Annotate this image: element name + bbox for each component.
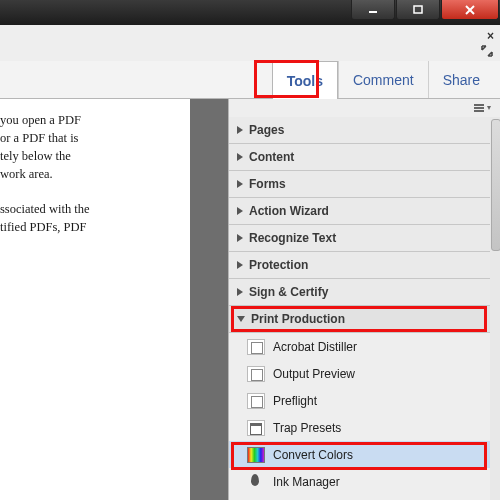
section-pages[interactable]: Pages [229,117,490,144]
window-maximize-button[interactable] [396,0,440,20]
preflight-icon [247,393,265,409]
right-panel-tabs: Tools Comment Share [0,61,500,99]
tools-panel-list: Pages Content Forms Action Wizard Recogn… [229,117,490,500]
app-toolbar: × [0,25,500,62]
doc-text: tified PDFs, PDF [0,220,86,234]
section-label: Content [249,150,294,164]
section-label: Sign & Certify [249,285,328,299]
section-label: Pages [249,123,284,137]
tool-label: Ink Manager [273,475,340,489]
section-recognize-text[interactable]: Recognize Text [229,225,490,252]
scrollbar-thumb[interactable] [491,119,500,251]
panel-scrollbar[interactable] [490,117,500,500]
document-view: you open a PDF or a PDF that is tely bel… [0,99,190,500]
tool-trap-presets[interactable]: Trap Presets [229,414,490,441]
svg-rect-5 [474,107,484,109]
tool-label: Trap Presets [273,421,341,435]
chevron-right-icon [237,234,243,242]
tools-side-panel: Pages Content Forms Action Wizard Recogn… [228,99,500,500]
doc-text: or a PDF that is [0,131,78,145]
tab-share[interactable]: Share [428,61,494,98]
document-gutter [190,99,228,500]
trap-presets-icon [247,420,265,436]
doc-text: work area. [0,167,53,181]
svg-rect-6 [474,110,484,112]
output-preview-icon [247,366,265,382]
chevron-right-icon [237,126,243,134]
section-print-production[interactable]: Print Production [229,306,490,333]
window-titlebar [0,0,500,25]
tool-output-preview[interactable]: Output Preview [229,360,490,387]
chevron-right-icon [237,180,243,188]
main-area: you open a PDF or a PDF that is tely bel… [0,99,500,500]
svg-rect-1 [414,6,422,13]
section-forms[interactable]: Forms [229,171,490,198]
tool-label: Convert Colors [273,448,353,462]
chevron-right-icon [237,207,243,215]
section-sign-certify[interactable]: Sign & Certify [229,279,490,306]
chevron-right-icon [237,261,243,269]
section-action-wizard[interactable]: Action Wizard [229,198,490,225]
distiller-icon [247,339,265,355]
expand-icon[interactable] [480,44,494,58]
tab-comment[interactable]: Comment [338,61,428,98]
tool-convert-colors[interactable]: Convert Colors [229,441,490,468]
chevron-down-icon [237,316,245,322]
doc-text: tely below the [0,149,71,163]
chevron-right-icon [237,153,243,161]
section-label: Print Production [251,312,345,326]
section-label: Recognize Text [249,231,336,245]
tool-label: Preflight [273,394,317,408]
section-label: Action Wizard [249,204,329,218]
window-close-button[interactable] [441,0,499,20]
section-label: Forms [249,177,286,191]
panel-options-icon[interactable] [474,103,492,113]
tool-acrobat-distiller[interactable]: Acrobat Distiller [229,333,490,360]
doc-text: ssociated with the [0,202,90,216]
svg-rect-4 [474,104,484,106]
tool-label: Output Preview [273,367,355,381]
tab-tools[interactable]: Tools [272,61,338,99]
doc-text: you open a PDF [0,113,81,127]
close-panel-icon[interactable]: × [487,29,494,43]
ink-manager-icon [247,474,265,490]
tool-preflight[interactable]: Preflight [229,387,490,414]
window-minimize-button[interactable] [351,0,395,20]
tool-ink-manager[interactable]: Ink Manager [229,468,490,495]
convert-colors-icon [247,447,265,463]
section-label: Protection [249,258,308,272]
panel-options-bar [229,99,500,118]
section-protection[interactable]: Protection [229,252,490,279]
tool-label: Acrobat Distiller [273,340,357,354]
chevron-right-icon [237,288,243,296]
section-content[interactable]: Content [229,144,490,171]
